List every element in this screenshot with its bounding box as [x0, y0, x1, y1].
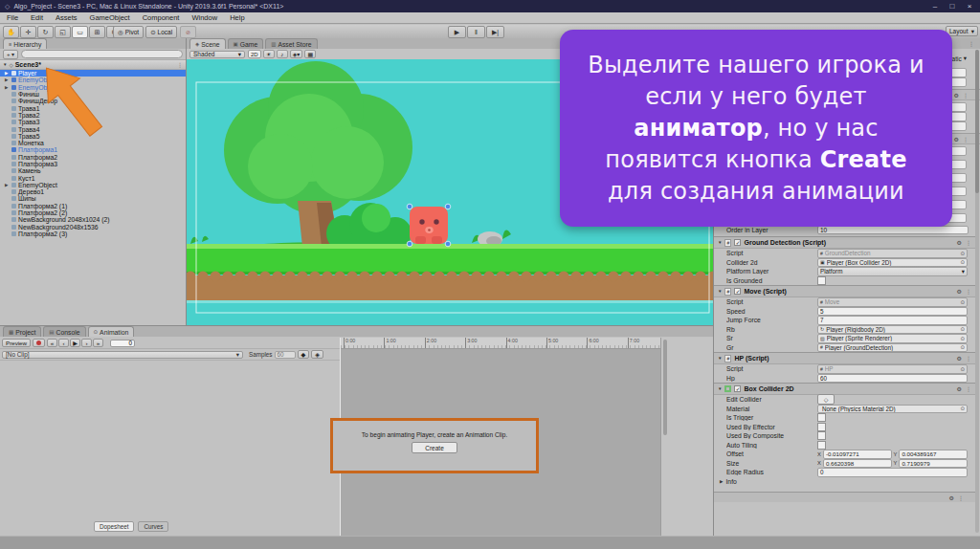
foldout-icon[interactable]: ▼	[718, 386, 722, 391]
gear-icon[interactable]: ⚙	[957, 385, 962, 392]
more-icon[interactable]: ⋮	[966, 239, 971, 246]
step-button[interactable]: ▶|	[486, 26, 504, 38]
frame-field[interactable]: 0	[110, 340, 135, 347]
gizmos-toggle[interactable]: ▦	[304, 50, 316, 58]
play-button[interactable]: ▶	[448, 26, 466, 38]
more-icon[interactable]: ⋮	[958, 494, 964, 501]
hierarchy-item-шипы[interactable]: Шипы	[0, 195, 186, 202]
expand-arrow-icon[interactable]: ▶	[5, 84, 11, 91]
player-sprite[interactable]	[410, 207, 448, 244]
info-foldout[interactable]: ▶Info	[714, 477, 975, 486]
hierarchy-item-дерево1[interactable]: Дерево1	[0, 188, 186, 195]
shading-mode-dropdown[interactable]: Shaded ▾	[189, 51, 245, 58]
hand-tool[interactable]: ✋	[3, 26, 19, 38]
checkbox[interactable]	[817, 431, 826, 440]
y-field[interactable]: 0.004389167	[899, 450, 968, 459]
create-clip-button[interactable]: Create	[412, 442, 457, 453]
checkbox[interactable]	[817, 276, 826, 285]
layout-dropdown[interactable]: Layout ▾	[946, 26, 978, 36]
object-picker-icon[interactable]: ⊙	[960, 406, 965, 411]
tab-project[interactable]: ▦Project	[3, 326, 41, 337]
object-field[interactable]: ▨Player (Sprite Renderer)⊙	[817, 334, 968, 343]
go-to-start-button[interactable]: «	[47, 339, 57, 347]
more-icon[interactable]: ⋮	[969, 40, 974, 47]
enabled-checkbox[interactable]: ✓	[734, 239, 741, 246]
hierarchy-item-камень[interactable]: Камень	[0, 167, 186, 174]
menu-file[interactable]: File	[7, 13, 18, 22]
hierarchy-item-платформа3[interactable]: Платформа3	[0, 161, 186, 167]
gear-icon[interactable]: ⚙	[957, 355, 962, 362]
curves-button[interactable]: Curves	[138, 521, 168, 532]
record-button[interactable]	[33, 339, 45, 347]
tab-animation[interactable]: ⊙Animation	[88, 326, 135, 337]
foldout-icon[interactable]: ▼	[718, 356, 722, 361]
audio-toggle[interactable]: ♪	[277, 50, 288, 58]
property-field[interactable]: 0	[817, 468, 968, 477]
object-field[interactable]: ↻Player (Rigidbody 2D)⊙	[817, 325, 968, 335]
object-picker-icon[interactable]: ⊙	[960, 259, 965, 265]
expand-arrow-icon[interactable]: ▶	[5, 77, 11, 83]
component-header-box-collider-2d[interactable]: ▼✓Box Collider 2D⚙⋮	[714, 383, 975, 395]
dopesheet-button[interactable]: Dopesheet	[94, 521, 134, 532]
object-field[interactable]: #HP⊙	[817, 364, 968, 374]
hierarchy-item-куст1[interactable]: Куст1	[0, 174, 186, 181]
hierarchy-item-платформа2-1[interactable]: Платформа2 (1)	[0, 203, 186, 209]
preview-toggle[interactable]: Preview	[2, 339, 31, 347]
checkbox[interactable]	[817, 413, 826, 422]
object-picker-icon[interactable]: ⊙	[960, 366, 965, 372]
gear-icon[interactable]: ⚙	[949, 494, 954, 501]
more-icon[interactable]: ⋮	[966, 355, 971, 362]
expand-arrow-icon[interactable]: ▶	[5, 70, 11, 77]
move-tool[interactable]: ✛	[20, 26, 36, 38]
dropdown-field[interactable]: Platform▾	[817, 267, 968, 276]
minimize-button[interactable]: –	[929, 2, 941, 11]
hierarchy-item-newbackground-2048x1024-2[interactable]: NewBackground 2048x1024 (2)	[0, 216, 186, 223]
rect-tool[interactable]: ▭	[72, 26, 88, 38]
object-picker-icon[interactable]: ⊙	[960, 344, 965, 350]
hierarchy-item-newbackground2048x1536[interactable]: NewBackground2048x1536	[0, 224, 186, 231]
gear-icon[interactable]: ⚙	[954, 92, 959, 99]
y-field[interactable]: 0.7190979	[899, 459, 968, 469]
rotate-tool[interactable]: ↻	[37, 26, 54, 38]
menu-edit[interactable]: Edit	[31, 13, 43, 22]
more-icon[interactable]: ⋮	[177, 61, 183, 68]
timeline-ruler[interactable]: 0:001:002:003:004:005:006:007:00	[341, 338, 660, 349]
more-icon[interactable]: ⋮	[966, 288, 971, 295]
hierarchy-item-enemyobject[interactable]: ▶EnemyObject	[0, 182, 186, 188]
menu-component[interactable]: Component	[143, 13, 180, 22]
property-field[interactable]: 5	[817, 307, 968, 317]
enabled-checkbox[interactable]: ✓	[734, 385, 741, 392]
foldout-icon[interactable]: ▼	[718, 240, 722, 245]
hierarchy-item-платформа2-2[interactable]: Платформа2 (2)	[0, 209, 186, 216]
pause-button[interactable]: ‖	[467, 26, 485, 38]
lighting-toggle[interactable]: ☀	[263, 50, 275, 58]
inspector-scrollbar[interactable]	[975, 50, 979, 533]
local-toggle[interactable]: ⊙ Local	[145, 26, 177, 38]
component-header-hp-script[interactable]: ▼#HP (Script)⚙⋮	[714, 352, 975, 364]
x-field[interactable]: 0.6620398	[823, 459, 892, 469]
menu-gameobject[interactable]: GameObject	[90, 13, 130, 22]
object-field[interactable]: #GroundDetection⊙	[817, 249, 968, 258]
x-field[interactable]: -0.01097271	[823, 450, 892, 459]
close-button[interactable]: ×	[964, 2, 975, 11]
tab-console[interactable]: ▤Console	[43, 326, 85, 337]
enabled-checkbox[interactable]: ✓	[734, 288, 741, 295]
checkbox[interactable]	[817, 441, 826, 450]
add-event-button[interactable]: ◈	[311, 350, 323, 359]
effects-dropdown[interactable]: ◈▾	[290, 50, 303, 58]
edit-collider-button[interactable]: ◇	[817, 394, 835, 405]
menu-window[interactable]: Window	[191, 13, 217, 22]
object-field[interactable]: None (Physics Material 2D)⊙	[817, 405, 968, 414]
property-field[interactable]: 60	[817, 374, 968, 384]
hierarchy-item-платформа1[interactable]: Платформа1	[0, 146, 186, 153]
object-picker-icon[interactable]: ⊙	[960, 299, 965, 305]
timeline-scrollbar[interactable]	[663, 340, 667, 435]
tab-game[interactable]: ▣Game	[228, 38, 264, 49]
next-key-button[interactable]: ›	[81, 339, 92, 347]
object-field[interactable]: #Player (GroundDetection)⊙	[817, 343, 968, 353]
add-keyframe-button[interactable]: ◆	[298, 350, 310, 359]
gear-icon[interactable]: ⚙	[957, 288, 962, 295]
property-field[interactable]: 7	[817, 316, 968, 325]
clip-dropdown[interactable]: [No Clip] ▾	[2, 351, 243, 359]
object-picker-icon[interactable]: ⊙	[960, 336, 965, 341]
